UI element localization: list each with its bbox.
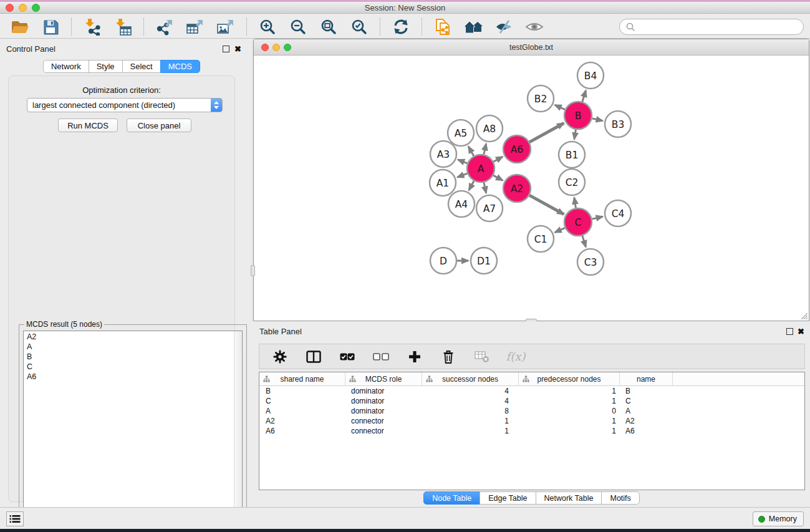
optimization-criterion-select[interactable]: largest connected component (directed) [27,98,223,112]
mcds-result-item[interactable]: A [27,342,242,352]
duplicate-network-button[interactable] [430,17,455,37]
graph-edge-C-C2[interactable] [574,198,576,208]
close-panel-icon[interactable]: ✖ [234,46,241,52]
run-mcds-button[interactable]: Run MCDS [58,118,118,132]
zoom-in-button[interactable] [255,17,280,37]
graph-edge-C-C1[interactable] [555,228,565,232]
graph-edge-B-B1[interactable] [574,130,576,140]
import-network-button[interactable] [80,17,105,37]
export-table-button[interactable] [183,17,208,37]
export-network-button[interactable] [152,17,177,37]
close-table-panel-icon[interactable]: ✖ [798,328,804,335]
graph-edge-A-A3[interactable] [458,160,467,163]
graph-edge-A-A8[interactable] [484,143,486,154]
tab-style[interactable]: Style [89,60,123,73]
table-cell[interactable]: C [259,396,345,406]
table-cell[interactable]: A [259,406,345,416]
table-cell[interactable]: 1 [518,426,619,436]
graph-edge-A-A4[interactable] [469,181,474,190]
zoom-fit-button[interactable] [316,17,341,37]
delete-columns-button[interactable] [439,347,458,366]
task-history-button[interactable] [6,511,24,526]
graph-edge-A-A1[interactable] [457,173,467,177]
float-panel-icon[interactable] [223,46,229,52]
table-cell[interactable]: dominator [345,396,422,406]
table-cell[interactable]: dominator [345,386,422,396]
zoom-selected-button[interactable] [347,17,372,37]
export-image-button[interactable] [213,17,238,37]
column-header-predecessor-nodes[interactable]: predecessor nodes [518,372,619,385]
add-column-button[interactable] [405,347,424,366]
graph-edge-A-A2[interactable] [493,175,503,180]
import-table-button[interactable] [110,17,135,37]
graph-edge-A-A7[interactable] [484,183,486,193]
tab-motifs[interactable]: Motifs [601,491,639,505]
column-header-successor-nodes[interactable]: successor nodes [422,372,518,385]
graph-edge-A6-B[interactable] [529,123,564,142]
table-cell[interactable]: 4 [422,386,518,396]
mcds-result-item[interactable]: B [27,352,242,362]
tab-mcds[interactable]: MCDS [160,60,200,73]
table-cell[interactable]: A [619,406,672,416]
resize-grip-icon[interactable] [799,311,808,319]
tab-node-table[interactable]: Node Table [423,491,480,505]
tab-network-table[interactable]: Network Table [536,491,602,505]
graph-edge-A-A6[interactable] [493,157,503,162]
mcds-result-item[interactable]: C [27,362,242,372]
tab-edge-table[interactable]: Edge Table [480,491,536,505]
graph-edge-B-B3[interactable] [592,118,603,121]
graph-edge-A2-C[interactable] [529,195,564,214]
float-table-panel-icon[interactable] [786,328,793,335]
table-cell[interactable]: 1 [422,416,518,426]
table-cell[interactable]: 8 [422,406,518,416]
table-cell[interactable]: 4 [422,396,518,406]
column-header-MCDS-role[interactable]: MCDS role [345,372,422,385]
network-window-titlebar[interactable]: testGlobe.txt [254,39,809,56]
graph-edge-A-A5[interactable] [468,147,474,156]
graph-edge-B-B2[interactable] [555,105,565,109]
search-input[interactable] [639,22,797,32]
table-cell[interactable]: A2 [259,416,345,426]
table-cell[interactable]: A6 [259,426,345,436]
graph-edge-B-B4[interactable] [582,90,586,102]
table-cell[interactable]: 0 [518,406,619,416]
tab-select[interactable]: Select [122,60,161,73]
mcds-result-item[interactable]: A2 [27,332,242,342]
function-builder-button[interactable]: f(x) [506,347,525,366]
hide-graphics-button[interactable] [522,17,547,37]
table-cell[interactable]: dominator [345,406,422,416]
table-cell[interactable]: connector [345,416,422,426]
table-cell[interactable]: 1 [518,386,619,396]
table-settings-button[interactable] [271,347,289,366]
show-graphics-details-button[interactable] [491,17,516,37]
table-cell[interactable]: B [619,386,672,396]
graph-edge-C-C3[interactable] [582,236,586,247]
table-cell[interactable]: 1 [422,426,518,436]
column-header-shared-name[interactable]: shared name [259,372,345,385]
zoom-out-button[interactable] [286,17,311,37]
split-panel-button[interactable] [304,347,323,366]
memory-button[interactable]: Memory [753,511,804,526]
table-cell[interactable]: A6 [619,426,672,436]
network-canvas[interactable]: AA1A2A3A4A5A6A7A8BB1B2B3B4CC1C2C3C4DD1 [254,56,809,321]
home-button[interactable] [461,17,486,37]
unselect-all-columns-button[interactable] [372,347,390,366]
graph-edge-C-C4[interactable] [592,216,603,219]
mcds-result-item[interactable]: A6 [27,372,242,382]
table-cell[interactable]: C [619,396,672,406]
close-panel-button[interactable]: Close panel [127,118,191,132]
table-cell[interactable]: 1 [518,416,619,426]
save-session-button[interactable] [38,17,63,37]
table-cell[interactable]: B [259,386,345,396]
table-cell[interactable]: A2 [619,416,672,426]
refresh-view-button[interactable] [388,17,413,37]
delete-table-button[interactable] [473,347,491,366]
table-cell[interactable]: connector [345,426,422,436]
tab-network[interactable]: Network [43,60,89,73]
open-file-button[interactable] [7,17,32,37]
result-list-scrollbar[interactable] [234,331,242,527]
select-all-columns-button[interactable] [338,347,357,366]
table-cell[interactable]: 1 [518,396,619,406]
column-header-name[interactable]: name [619,372,672,385]
vertical-splitter-handle[interactable] [251,265,255,276]
